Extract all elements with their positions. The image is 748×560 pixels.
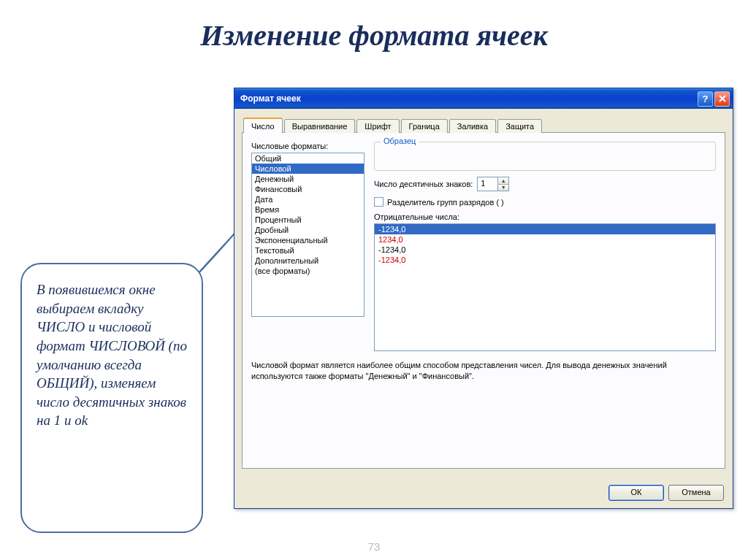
- callout-box: В появившемся окне выбираем вкладку ЧИСЛ…: [20, 263, 203, 533]
- negative-item[interactable]: -1234,0: [375, 245, 715, 255]
- format-item[interactable]: Денежный: [252, 174, 364, 184]
- tab-panel-number: Числовые форматы: ОбщийЧисловойДенежныйФ…: [242, 133, 725, 469]
- format-item[interactable]: Дробный: [252, 225, 364, 235]
- negative-label: Отрицательные числа:: [374, 212, 716, 221]
- formats-label: Числовые форматы:: [251, 142, 365, 150]
- format-item[interactable]: (все форматы): [252, 266, 364, 276]
- slide-title: Изменение формата ячеек: [0, 0, 748, 66]
- dialog-title: Формат ячеек: [240, 93, 696, 104]
- sample-group: Образец: [374, 142, 716, 171]
- number-formats-list[interactable]: ОбщийЧисловойДенежныйФинансовыйДатаВремя…: [251, 153, 365, 317]
- thousands-separator-checkbox[interactable]: [374, 197, 383, 207]
- negative-numbers-list[interactable]: -1234,01234,0-1234,0-1234,0: [374, 223, 716, 351]
- tab-выравнивание[interactable]: Выравнивание: [284, 119, 356, 133]
- tab-шрифт[interactable]: Шрифт: [356, 119, 399, 133]
- format-item[interactable]: Процентный: [252, 215, 364, 225]
- format-item[interactable]: Экспоненциальный: [252, 235, 364, 245]
- close-button[interactable]: [714, 91, 730, 107]
- format-item[interactable]: Финансовый: [252, 184, 364, 194]
- dialog-footer: ОК Отмена: [234, 477, 733, 508]
- page-number: 73: [368, 540, 381, 553]
- ok-button[interactable]: ОК: [608, 485, 664, 501]
- decimals-label: Число десятичных знаков:: [374, 180, 473, 188]
- tab-заливка[interactable]: Заливка: [449, 119, 496, 133]
- titlebar[interactable]: Формат ячеек ?: [234, 88, 733, 109]
- close-icon: [719, 95, 726, 102]
- format-item[interactable]: Время: [252, 204, 364, 215]
- tab-защита[interactable]: Защита: [497, 119, 542, 133]
- negative-item[interactable]: -1234,0: [375, 255, 715, 265]
- negative-item[interactable]: 1234,0: [375, 234, 715, 245]
- format-item[interactable]: Общий: [252, 153, 364, 164]
- format-description: Числовой формат является наиболее общим …: [251, 351, 716, 383]
- decimals-value: 1: [481, 179, 485, 188]
- tab-число[interactable]: Число: [243, 118, 283, 133]
- spin-down-icon[interactable]: ▼: [498, 185, 508, 191]
- tab-граница[interactable]: Граница: [401, 119, 448, 133]
- negative-item[interactable]: -1234,0: [375, 224, 715, 234]
- cancel-button[interactable]: Отмена: [668, 485, 724, 501]
- callout-text: В появившемся окне выбираем вкладку ЧИСЛ…: [37, 282, 187, 428]
- tabstrip: ЧислоВыравниваниеШрифтГраницаЗаливкаЗащи…: [242, 116, 725, 133]
- help-button[interactable]: ?: [698, 91, 713, 107]
- sample-label: Образец: [381, 137, 419, 145]
- format-item[interactable]: Дополнительный: [252, 256, 364, 266]
- decimals-spinner[interactable]: 1 ▲ ▼: [477, 177, 509, 191]
- format-item[interactable]: Дата: [252, 194, 364, 204]
- format-item[interactable]: Текстовый: [252, 245, 364, 256]
- format-cells-dialog: Формат ячеек ? ЧислоВыравниваниеШрифтГра…: [234, 88, 733, 509]
- separator-label: Разделитель групп разрядов ( ): [387, 198, 504, 207]
- spin-up-icon[interactable]: ▲: [498, 177, 508, 185]
- dialog-body: ЧислоВыравниваниеШрифтГраницаЗаливкаЗащи…: [234, 109, 733, 477]
- format-item[interactable]: Числовой: [252, 164, 364, 174]
